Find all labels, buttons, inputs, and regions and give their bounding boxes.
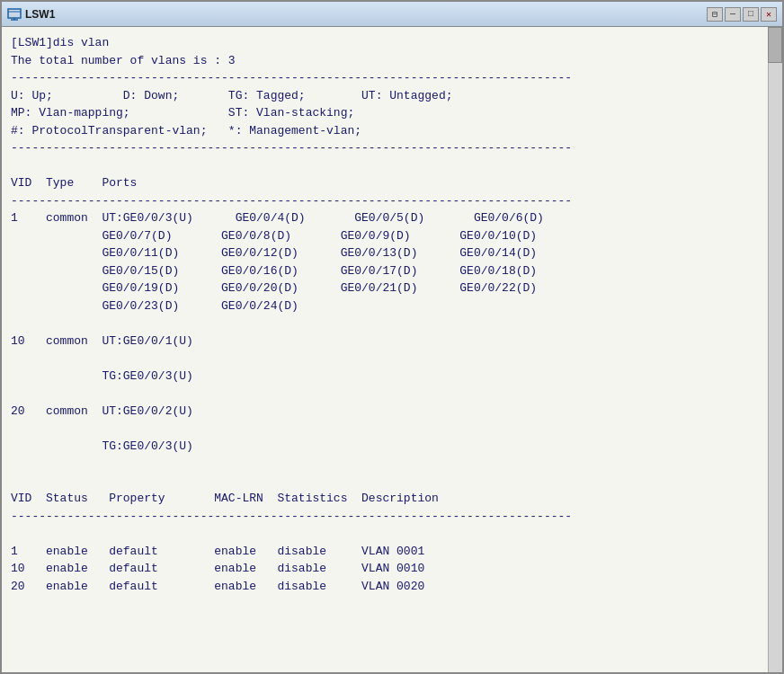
separator3: ----------------------------------------… xyxy=(11,194,572,208)
snap-button[interactable]: ⊟ xyxy=(707,7,723,22)
separator1: ----------------------------------------… xyxy=(11,71,572,84)
close-button[interactable]: ✕ xyxy=(761,7,777,22)
minimize-button[interactable]: — xyxy=(725,7,741,22)
legend-line3: #: ProtocolTransparent-vlan; *: Manageme… xyxy=(11,124,361,137)
vlan1-status: 1 enable default enable disable VLAN 000… xyxy=(11,545,424,558)
vlan10-row2: TG:GE0/0/3(U) xyxy=(11,369,193,383)
separator2: ----------------------------------------… xyxy=(11,141,572,155)
vlan1-row3: GE0/0/11(D) GE0/0/12(D) GE0/0/13(D) GE0/… xyxy=(11,246,537,260)
window-title: LSW1 xyxy=(25,8,55,21)
title-bar: LSW1 ⊟ — □ ✕ xyxy=(2,2,782,27)
summary-line: The total number of vlans is : 3 xyxy=(11,54,236,67)
vlan10-row1: 10 common UT:GE0/0/1(U) xyxy=(11,334,193,348)
vlan1-row4: GE0/0/15(D) GE0/0/16(D) GE0/0/17(D) GE0/… xyxy=(11,264,537,278)
legend-line2: MP: Vlan-mapping; ST: Vlan-stacking; xyxy=(11,106,354,120)
prompt-line: [LSW1]dis vlan xyxy=(11,36,109,49)
terminal-content: [LSW1]dis vlan The total number of vlans… xyxy=(2,27,782,672)
scrollbar-thumb[interactable] xyxy=(768,27,782,63)
table2-header: VID Status Property MAC-LRN Statistics D… xyxy=(11,492,439,505)
terminal-output: [LSW1]dis vlan The total number of vlans… xyxy=(11,34,773,595)
vlan20-row1: 20 common UT:GE0/0/2(U) xyxy=(11,404,193,418)
window-controls: ⊟ — □ ✕ xyxy=(707,7,777,22)
main-window: LSW1 ⊟ — □ ✕ [LSW1]dis vlan The total nu… xyxy=(0,0,784,674)
vlan1-row6: GE0/0/23(D) GE0/0/24(D) xyxy=(11,299,298,313)
table-header: VID Type Ports xyxy=(11,176,137,190)
vlan20-status: 20 enable default enable disable VLAN 00… xyxy=(11,580,424,593)
vlan1-row1: 1 common UT:GE0/0/3(U) GE0/0/4(D) GE0/0/… xyxy=(11,211,544,225)
scrollbar[interactable] xyxy=(768,27,782,672)
vlan1-row2: GE0/0/7(D) GE0/0/8(D) GE0/0/9(D) GE0/0/1… xyxy=(11,229,537,243)
title-bar-left: LSW1 xyxy=(7,7,55,22)
restore-button[interactable]: □ xyxy=(743,7,759,22)
vlan20-row2: TG:GE0/0/3(U) xyxy=(11,439,193,453)
vlan10-status: 10 enable default enable disable VLAN 00… xyxy=(11,562,424,575)
legend-line1: U: Up; D: Down; TG: Tagged; UT: Untagged… xyxy=(11,89,452,102)
separator4: ----------------------------------------… xyxy=(11,510,572,523)
window-icon xyxy=(7,7,22,22)
vlan1-row5: GE0/0/19(D) GE0/0/20(D) GE0/0/21(D) GE0/… xyxy=(11,281,537,295)
svg-rect-0 xyxy=(8,9,21,18)
